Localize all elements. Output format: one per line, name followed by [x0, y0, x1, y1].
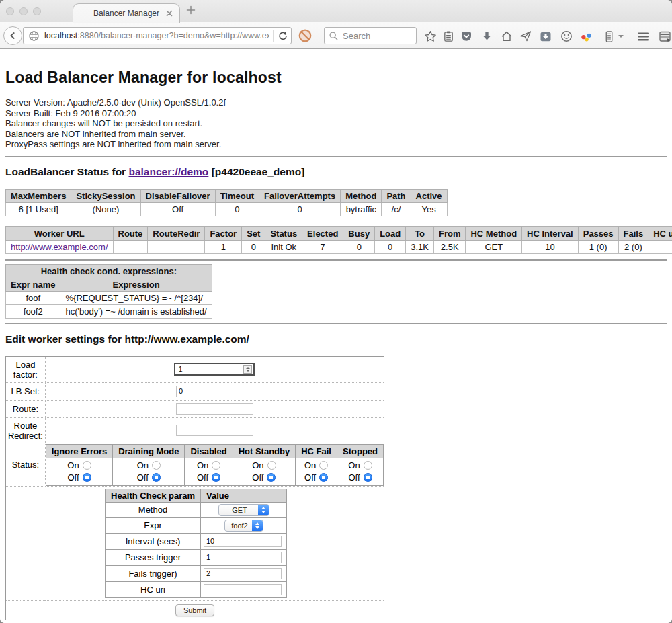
- radio-disabled-off[interactable]: [212, 473, 220, 482]
- radio-hot-standby-off[interactable]: [267, 473, 276, 482]
- health-check-param-table: Health Check param Value Method GET: [105, 489, 287, 598]
- header-cell: Factor: [205, 226, 242, 240]
- search-input[interactable]: [343, 31, 410, 41]
- lb-set-input[interactable]: [176, 386, 253, 397]
- data-cell: Off: [140, 202, 215, 216]
- select-stepper-icon: [252, 520, 263, 532]
- minimize-window-button[interactable]: [19, 7, 28, 15]
- number-spinner-icon[interactable]: [243, 365, 252, 374]
- send-button[interactable]: [519, 30, 532, 43]
- device-preview-button[interactable]: [602, 30, 616, 43]
- clipboard-icon: [443, 30, 454, 42]
- hc-passes-input[interactable]: [204, 552, 282, 563]
- bookmarks-panel-button[interactable]: [658, 30, 671, 43]
- pocket-button[interactable]: [460, 30, 473, 43]
- radio-hc-fail-off[interactable]: [319, 473, 328, 482]
- theme-dots-button[interactable]: [579, 30, 593, 43]
- device-dropdown-button[interactable]: [614, 30, 628, 43]
- smiley-icon: [560, 30, 573, 42]
- content-blocked-icon: [298, 28, 312, 43]
- menu-button[interactable]: [636, 30, 650, 43]
- home-button[interactable]: [500, 30, 513, 43]
- worker-url-link[interactable]: http://www.example.com/: [11, 242, 108, 252]
- radio-ignore-errors-on[interactable]: [83, 461, 91, 470]
- server-built-line: Server Built: Feb 9 2016 07:00:20: [5, 108, 667, 119]
- on-label: On: [67, 460, 79, 470]
- data-cell: /c/: [382, 202, 411, 216]
- traffic-lights: [6, 7, 41, 15]
- home-icon: [501, 30, 513, 42]
- header-cell: RouteRedir: [148, 226, 205, 240]
- new-tab-button[interactable]: [186, 5, 198, 17]
- header-cell: Fails: [618, 226, 648, 240]
- server-info: Server Version: Apache/2.5.0-dev (Unix) …: [5, 97, 667, 150]
- url-bar[interactable]: localhost:8880/balancer-manager?b=demo&w…: [23, 27, 292, 44]
- search-box[interactable]: [324, 27, 417, 44]
- hamburger-menu-icon: [637, 32, 650, 42]
- hc-uri-label: HC uri: [106, 581, 201, 597]
- header-cell: Timeout: [215, 189, 259, 202]
- url-domain: localhost: [44, 31, 77, 40]
- star-icon: [424, 30, 437, 43]
- bookmark-star-button[interactable]: [423, 30, 437, 43]
- off-label: Off: [348, 472, 360, 483]
- hc-expr-select[interactable]: foof2: [224, 520, 263, 532]
- hc-uri-input[interactable]: [204, 584, 282, 595]
- hc-method-select[interactable]: GET: [218, 504, 269, 516]
- route-input[interactable]: [176, 403, 253, 415]
- data-cell: bytraffic: [341, 202, 382, 216]
- radio-disabled-on[interactable]: [212, 461, 220, 470]
- form-row-status: Status: Ignore Errors Draining Mode Disa…: [6, 444, 384, 486]
- hc-method-label: Method: [106, 502, 201, 517]
- radio-stopped-off[interactable]: [364, 473, 372, 482]
- off-label: Off: [67, 472, 79, 483]
- radio-hc-fail-on[interactable]: [319, 461, 328, 470]
- heading-suffix: [p4420eeae_demo]: [208, 166, 304, 177]
- status-label: Status:: [6, 444, 46, 486]
- content-blocked-button[interactable]: [298, 28, 312, 43]
- zoom-window-button[interactable]: [33, 7, 41, 15]
- reload-button[interactable]: [278, 30, 288, 41]
- feedback-button[interactable]: [560, 30, 573, 43]
- persist-notice-line: Balancer changes will NOT be persisted o…: [5, 118, 667, 129]
- header-cell: Method: [341, 189, 382, 202]
- hc-fails-input[interactable]: [204, 568, 282, 579]
- reading-list-button[interactable]: [442, 30, 455, 43]
- header-cell: HC uri: [648, 226, 672, 240]
- expr-value-cell: hc('body') =~ /domain is established/: [60, 304, 212, 318]
- load-factor-input[interactable]: 1: [174, 363, 255, 376]
- balancer-demo-link[interactable]: balancer://demo: [128, 166, 208, 177]
- status-radio-row: On Off On Off On Off: [46, 458, 383, 485]
- header-cell: From: [433, 226, 466, 240]
- hc-interval-input[interactable]: [204, 536, 282, 547]
- header-cell: FailoverAttempts: [259, 189, 340, 202]
- table-row: foof2 hc('body') =~ /domain is establish…: [6, 304, 212, 318]
- off-label: Off: [304, 472, 316, 483]
- downloads-button[interactable]: [480, 30, 493, 43]
- hc-row-method: Method GET: [106, 502, 287, 517]
- site-identity-globe-icon[interactable]: [28, 30, 40, 42]
- lb-set-label: LB Set:: [6, 382, 46, 400]
- frame-download-button[interactable]: [539, 30, 552, 43]
- status-col-stopped: Stopped: [337, 444, 384, 458]
- close-window-button[interactable]: [6, 7, 14, 15]
- header-cell: Expression: [60, 278, 212, 291]
- submit-button[interactable]: Submit: [175, 604, 214, 616]
- radio-hot-standby-on[interactable]: [267, 461, 276, 470]
- section-divider: [5, 156, 667, 157]
- data-cell: 0: [343, 240, 375, 253]
- route-redirect-input[interactable]: [176, 425, 253, 436]
- table-header-row: Worker URL Route RouteRedir Factor Set S…: [6, 226, 672, 240]
- tab-balancer-manager[interactable]: Balancer Manager: [73, 3, 180, 23]
- hc-method-value: GET: [219, 506, 258, 514]
- radio-stopped-on[interactable]: [364, 461, 372, 470]
- back-button[interactable]: [3, 26, 22, 45]
- radio-ignore-errors-off[interactable]: [83, 473, 91, 482]
- tab-close-icon[interactable]: [165, 9, 173, 17]
- data-cell: [148, 240, 205, 253]
- status-col-hc-fail: HC Fail: [296, 444, 337, 458]
- radio-draining-mode-off[interactable]: [152, 473, 161, 482]
- chevron-down-icon: [618, 35, 624, 38]
- header-cell: Worker URL: [6, 226, 114, 240]
- radio-draining-mode-on[interactable]: [152, 461, 161, 470]
